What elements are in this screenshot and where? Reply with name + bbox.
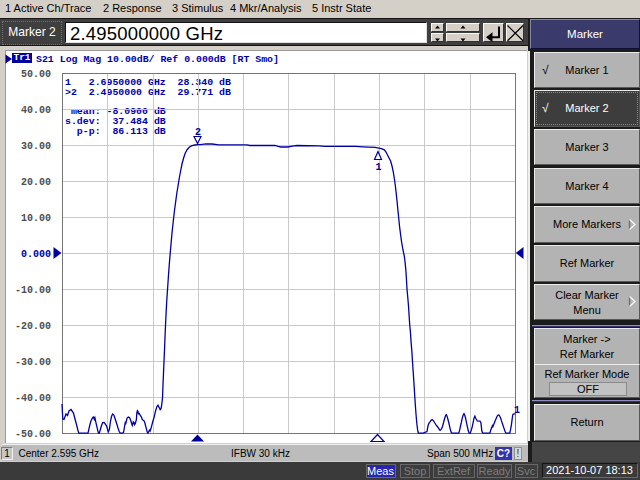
svg-text:2: 2	[195, 127, 201, 138]
svg-text:1: 1	[376, 162, 382, 173]
svg-text:1: 1	[514, 405, 520, 416]
